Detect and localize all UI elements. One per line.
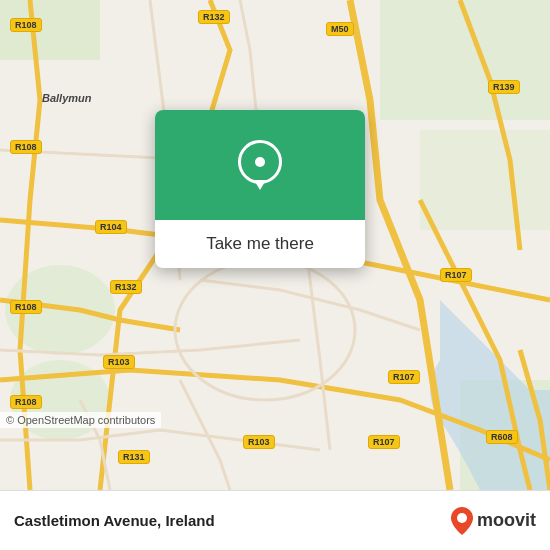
map-container: R108 R132 M50 R139 R108 R104 R132 R108 R… [0,0,550,490]
road-badge-r108-tl: R108 [10,18,42,32]
bottom-left: Castletimon Avenue, Ireland [14,512,215,529]
moovit-pin-icon [451,507,473,535]
road-badge-r132-tc: R132 [198,10,230,24]
place-label-ballymun: Ballymun [42,92,92,104]
road-badge-r107-br: R107 [388,370,420,384]
road-badge-r131: R131 [118,450,150,464]
location-pin-icon [238,140,282,190]
popup-green-header [155,110,365,220]
moovit-logo: moovit [451,507,536,535]
road-badge-r108-bl2: R108 [10,395,42,409]
road-badge-r107-r1: R107 [440,268,472,282]
bottom-bar: Castletimon Avenue, Ireland moovit [0,490,550,550]
road-badge-r108-ml: R108 [10,140,42,154]
road-badge-r107-bc: R107 [368,435,400,449]
road-badge-m50: M50 [326,22,354,36]
road-badge-r103-bc: R103 [243,435,275,449]
road-badge-r132-ml: R132 [110,280,142,294]
moovit-text: moovit [477,510,536,531]
road-badge-r104: R104 [95,220,127,234]
svg-point-7 [457,513,467,523]
road-badge-r139-r1: R139 [488,80,520,94]
copyright-text: © OpenStreetMap contributors [0,412,161,428]
svg-rect-2 [420,130,550,230]
popup-card: Take me there [155,110,365,268]
location-title: Castletimon Avenue, Ireland [14,512,215,529]
pin-circle [238,140,282,184]
pin-tail [254,180,266,190]
pin-inner [255,157,265,167]
road-badge-r103-l: R103 [103,355,135,369]
road-badge-r108-bl: R108 [10,300,42,314]
take-me-there-button[interactable]: Take me there [155,220,365,268]
road-badge-r608: R608 [486,430,518,444]
